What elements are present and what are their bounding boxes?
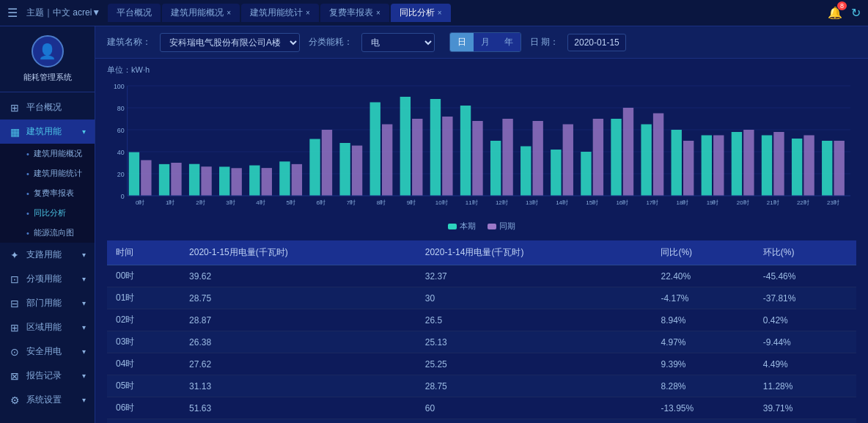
table-cell: 06时 — [107, 397, 180, 419]
table-cell: 5.19% — [652, 419, 754, 424]
svg-text:10时: 10时 — [435, 199, 448, 206]
table-cell: 31.13 — [180, 375, 416, 397]
sidebar-item[interactable]: ▦ 建筑用能 ▾ — [0, 119, 95, 144]
sidebar-item-label: 支路用能 — [26, 249, 62, 261]
sidebar-icon: ⊞ — [9, 322, 21, 334]
table-row: 06时51.6360-13.95%39.71% — [107, 397, 856, 419]
table-cell: 01时 — [107, 287, 180, 309]
sidebar-item[interactable]: ⊙ 安全用电 ▾ — [0, 339, 95, 364]
table-section: 时间2020-1-15用电量(千瓦时)2020-1-14用电量(千瓦时)同比(%… — [95, 240, 868, 423]
table-cell: 07时 — [107, 419, 180, 424]
svg-rect-15 — [159, 164, 169, 196]
chevron-icon: ▾ — [82, 299, 86, 307]
sidebar-item[interactable]: ⚙ 系统设置 ▾ — [0, 388, 95, 412]
svg-text:0时: 0时 — [136, 199, 144, 206]
main-layout: 👤 能耗管理系统 ⊞ 平台概况 ▦ 建筑用能 ▾建筑用能概况建筑用能统计复费率报… — [0, 26, 868, 423]
sidebar-item-label: 平台概况 — [26, 101, 62, 114]
svg-rect-72 — [732, 132, 742, 196]
svg-rect-45 — [460, 106, 471, 196]
sidebar-item[interactable]: ✦ 支路用能 ▾ — [0, 243, 95, 267]
svg-text:23时: 23时 — [827, 199, 839, 206]
sidebar-sub-item[interactable]: 建筑用能概况 — [21, 144, 95, 163]
svg-text:6时: 6时 — [317, 199, 326, 206]
chart-container: 0204060801000时1时2时3时4时5时6时7时8时9时10时11时12… — [107, 78, 856, 218]
sidebar-item[interactable]: ⊡ 分项用能 ▾ — [0, 267, 95, 291]
legend-prev: 同期 — [488, 221, 515, 232]
top-bar-left: ☰ 主题｜中文 acrei▼ — [7, 6, 100, 20]
svg-text:15时: 15时 — [586, 199, 598, 206]
view-btn-group: 日 月 年 — [449, 32, 521, 52]
top-tab[interactable]: 复费率报表× — [320, 4, 389, 22]
sidebar-item[interactable]: ⊠ 报告记录 ▾ — [0, 364, 95, 388]
sidebar-item-label: 部门用能 — [26, 297, 62, 309]
category-select[interactable]: 电 — [361, 33, 435, 52]
sidebar-submenu: 建筑用能概况建筑用能统计复费率报表同比分析能源流向图 — [0, 144, 95, 243]
svg-text:16时: 16时 — [616, 199, 628, 206]
sidebar-sub-item[interactable]: 建筑用能统计 — [21, 163, 95, 183]
svg-rect-37 — [382, 125, 392, 196]
svg-text:7时: 7时 — [347, 199, 356, 206]
table-cell: 60 — [416, 397, 652, 419]
close-tab-icon[interactable]: × — [306, 9, 310, 17]
table-row: 05时31.1328.758.28%11.28% — [107, 375, 856, 397]
sidebar-item-label: 建筑用能 — [26, 125, 62, 138]
theme-label[interactable]: 主题｜中文 acrei▼ — [26, 7, 100, 19]
refresh-icon[interactable]: ↻ — [851, 6, 861, 20]
top-tab[interactable]: 同比分析× — [391, 4, 451, 22]
sidebar-sub-item[interactable]: 复费率报表 — [21, 183, 95, 203]
notification-icon[interactable]: 🔔 8 — [828, 6, 842, 20]
sidebar-item-label: 分项用能 — [26, 273, 62, 285]
view-day-btn[interactable]: 日 — [450, 33, 474, 51]
sidebar-item-label: 报告记录 — [26, 369, 62, 382]
table-cell: 11.28% — [754, 375, 856, 397]
sidebar-item[interactable]: ⊞ 区域用能 ▾ — [0, 315, 95, 339]
svg-text:1时: 1时 — [166, 199, 174, 206]
svg-rect-28 — [292, 164, 302, 196]
svg-rect-79 — [803, 136, 814, 196]
svg-text:12时: 12时 — [496, 199, 508, 206]
svg-rect-40 — [412, 119, 422, 196]
svg-rect-57 — [581, 152, 591, 196]
svg-text:18时: 18时 — [677, 199, 689, 206]
table-cell: 8.28% — [652, 375, 754, 397]
top-tab[interactable]: 平台概况 — [108, 4, 161, 22]
svg-text:13时: 13时 — [526, 199, 538, 206]
table-row: 03时26.3825.134.97%-9.44% — [107, 331, 856, 353]
svg-rect-70 — [713, 136, 724, 196]
table-row: 01时28.7530-4.17%-37.81% — [107, 287, 856, 309]
close-tab-icon[interactable]: × — [438, 9, 442, 17]
top-tab[interactable]: 建筑用能概况× — [162, 4, 240, 22]
svg-rect-54 — [551, 150, 561, 196]
table-cell: 26.38 — [180, 331, 416, 353]
close-tab-icon[interactable]: × — [227, 9, 231, 17]
sidebar-sub-item[interactable]: 同比分析 — [21, 203, 95, 223]
table-cell: 32.37 — [416, 265, 652, 287]
close-tab-icon[interactable]: × — [376, 9, 380, 17]
svg-text:20时: 20时 — [737, 199, 749, 206]
svg-text:60: 60 — [117, 127, 125, 134]
sidebar-sub-item[interactable]: 能源流向图 — [21, 223, 95, 243]
sidebar-icon: ⊟ — [9, 298, 21, 309]
date-value[interactable]: 2020-01-15 — [567, 34, 625, 51]
legend-current-dot — [448, 224, 457, 229]
notification-badge: 8 — [837, 1, 847, 10]
sidebar-item-label: 系统设置 — [26, 394, 62, 406]
view-year-btn[interactable]: 年 — [497, 33, 521, 51]
svg-rect-34 — [352, 146, 362, 196]
sidebar-icon: ⊠ — [9, 370, 21, 382]
table-row: 02时28.8726.58.94%0.42% — [107, 309, 856, 331]
sidebar-icon: ⊞ — [9, 102, 21, 114]
svg-rect-66 — [672, 130, 682, 196]
svg-text:9时: 9时 — [407, 199, 416, 206]
top-tab[interactable]: 建筑用能统计× — [241, 4, 319, 22]
building-select[interactable]: 安科瑞电气股份有限公司A楼 — [160, 33, 300, 52]
view-month-btn[interactable]: 月 — [474, 33, 497, 51]
table-row: 07时4845.635.19%-7.56% — [107, 419, 856, 424]
top-bar: ☰ 主题｜中文 acrei▼ 平台概况建筑用能概况×建筑用能统计×复费率报表×同… — [0, 0, 868, 26]
sidebar-item[interactable]: ⊟ 部门用能 ▾ — [0, 291, 95, 315]
sidebar-item[interactable]: ⊞ 平台概况 — [0, 95, 95, 119]
hamburger-icon[interactable]: ☰ — [7, 6, 18, 20]
filter-bar: 建筑名称： 安科瑞电气股份有限公司A楼 分类能耗： 电 日 月 年 日 期： 2… — [95, 26, 868, 59]
table-header: 2020-1-15用电量(千瓦时) — [180, 240, 416, 265]
svg-rect-25 — [262, 168, 272, 196]
